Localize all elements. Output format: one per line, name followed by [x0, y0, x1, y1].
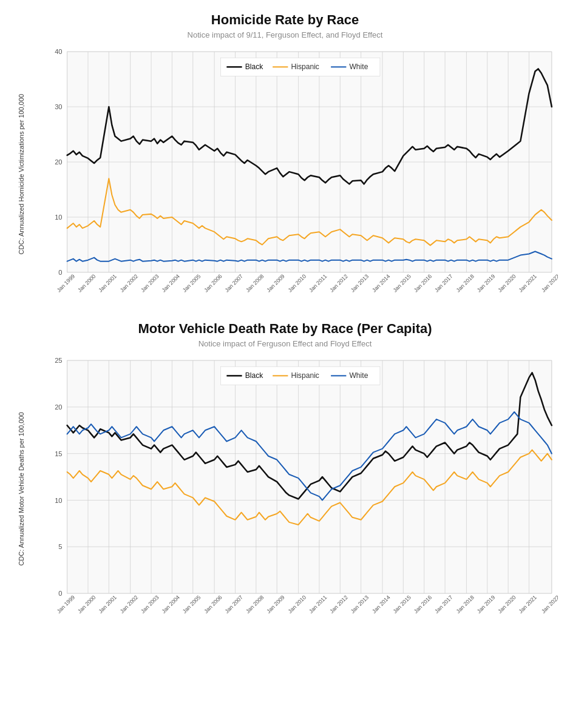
svg-text:Jan 1999: Jan 1999 [56, 595, 76, 615]
svg-text:Black: Black [245, 62, 264, 71]
svg-text:Jan 2002: Jan 2002 [119, 273, 139, 293]
svg-text:Jan 2005: Jan 2005 [182, 595, 202, 615]
svg-text:Jan 2000: Jan 2000 [76, 273, 97, 293]
svg-text:Jan 2007: Jan 2007 [224, 595, 244, 615]
svg-text:0: 0 [58, 590, 62, 598]
svg-text:Jan 2012: Jan 2012 [328, 273, 348, 293]
svg-text:15: 15 [55, 450, 62, 457]
svg-text:Jan 2014: Jan 2014 [371, 273, 391, 293]
svg-text:Jan 2012: Jan 2012 [328, 595, 348, 615]
chart1-title: Homicide Rate by Race [12, 12, 558, 28]
chart1-y-label: CDC: Annualized Homicide Victimizations … [12, 46, 30, 303]
svg-text:Jan 2016: Jan 2016 [413, 273, 433, 293]
svg-text:Hispanic: Hispanic [291, 62, 319, 71]
svg-text:Jan 2010: Jan 2010 [287, 273, 307, 293]
svg-text:Jan 2006: Jan 2006 [203, 273, 223, 293]
svg-text:Jan 2007: Jan 2007 [224, 273, 244, 293]
svg-text:Jan 1999: Jan 1999 [56, 273, 76, 293]
svg-text:20: 20 [55, 158, 62, 166]
svg-text:Jan 2018: Jan 2018 [455, 595, 475, 615]
svg-text:Hispanic: Hispanic [291, 372, 319, 380]
svg-text:20: 20 [55, 403, 62, 411]
svg-text:Jan 2005: Jan 2005 [182, 273, 202, 293]
svg-text:Jan 2019: Jan 2019 [476, 273, 496, 293]
svg-text:10: 10 [55, 497, 62, 504]
svg-text:5: 5 [58, 544, 62, 551]
svg-rect-66 [67, 360, 552, 593]
chart2-svg: 0 5 10 15 20 25 [30, 354, 558, 624]
svg-text:Jan 2020: Jan 2020 [497, 273, 517, 293]
svg-text:Jan 2019: Jan 2019 [476, 595, 496, 615]
svg-text:Jan 2016: Jan 2016 [413, 595, 433, 615]
svg-text:Black: Black [245, 372, 264, 380]
svg-text:25: 25 [55, 357, 62, 365]
svg-text:Jan 2004: Jan 2004 [161, 595, 181, 615]
svg-text:Jan 2008: Jan 2008 [245, 595, 265, 615]
svg-text:Jan 2022: Jan 2022 [540, 273, 558, 293]
svg-text:Jan 2001: Jan 2001 [97, 595, 117, 615]
svg-text:Jan 2011: Jan 2011 [308, 273, 328, 293]
svg-text:Jan 2011: Jan 2011 [308, 595, 328, 615]
svg-text:Jan 2021: Jan 2021 [518, 595, 538, 615]
svg-text:Jan 2002: Jan 2002 [119, 595, 139, 615]
chart2-title: Motor Vehicle Death Rate by Race (Per Ca… [12, 321, 558, 337]
motor-vehicle-chart: Motor Vehicle Death Rate by Race (Per Ca… [12, 321, 558, 624]
svg-text:Jan 2001: Jan 2001 [97, 273, 117, 293]
chart2-plot-area: 0 5 10 15 20 25 [30, 354, 558, 624]
svg-text:Jan 2015: Jan 2015 [392, 273, 412, 293]
svg-text:Jan 2017: Jan 2017 [433, 595, 453, 615]
svg-text:Jan 2015: Jan 2015 [392, 595, 412, 615]
svg-text:30: 30 [55, 103, 62, 110]
svg-text:White: White [349, 372, 368, 380]
chart1-plot-area: 0 10 20 30 40 [30, 46, 558, 303]
svg-text:Jan 2018: Jan 2018 [455, 273, 475, 293]
svg-text:White: White [349, 62, 368, 71]
svg-text:10: 10 [55, 214, 62, 221]
svg-text:Jan 2020: Jan 2020 [497, 595, 517, 615]
svg-text:Jan 2013: Jan 2013 [350, 595, 370, 615]
chart2-y-label: CDC: Annualized Motor Vehicle Deaths per… [12, 354, 30, 624]
svg-text:Jan 2000: Jan 2000 [76, 595, 97, 615]
svg-text:Jan 2003: Jan 2003 [140, 273, 160, 293]
svg-text:0: 0 [58, 269, 62, 276]
svg-text:Jan 2017: Jan 2017 [433, 273, 453, 293]
svg-text:Jan 2013: Jan 2013 [350, 273, 370, 293]
svg-text:Jan 2022: Jan 2022 [540, 595, 558, 615]
svg-text:Jan 2009: Jan 2009 [265, 595, 285, 615]
homicide-chart: Homicide Rate by Race Notice impact of 9… [12, 12, 558, 303]
svg-text:Jan 2010: Jan 2010 [287, 595, 307, 615]
svg-text:Jan 2006: Jan 2006 [203, 595, 223, 615]
svg-text:Jan 2003: Jan 2003 [140, 595, 160, 615]
svg-text:Jan 2008: Jan 2008 [245, 273, 265, 293]
svg-text:Jan 2021: Jan 2021 [518, 273, 538, 293]
svg-text:40: 40 [55, 48, 62, 55]
svg-text:Jan 2004: Jan 2004 [161, 273, 181, 293]
svg-text:Jan 2009: Jan 2009 [265, 273, 285, 293]
chart1-subtitle: Notice impact of 9/11, Ferguson Effect, … [12, 30, 558, 39]
svg-text:Jan 2014: Jan 2014 [371, 595, 391, 615]
chart1-svg: 0 10 20 30 40 [30, 46, 558, 303]
chart2-subtitle: Notice impact of Ferguson Effect and Flo… [12, 339, 558, 348]
